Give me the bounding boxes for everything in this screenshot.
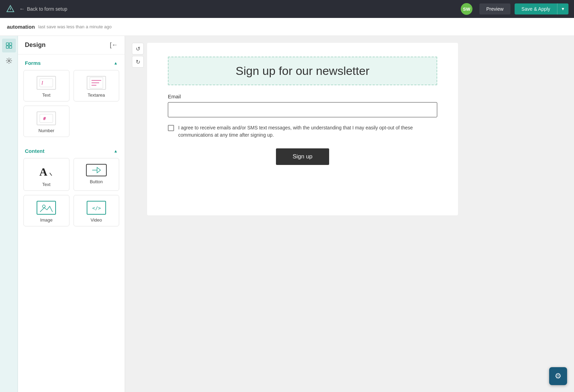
forms-section-header: Forms ▲ (18, 55, 125, 70)
sidebar-item-settings[interactable] (2, 54, 16, 68)
bottom-gear-button[interactable]: ⚙ (549, 367, 567, 385)
form-heading-text: Sign up for our newsletter (175, 64, 430, 78)
content-section-title: Content (25, 148, 45, 154)
design-panel: Design [← Forms ▲ I Text (18, 36, 125, 392)
svg-rect-2 (6, 43, 9, 45)
forms-section-chevron[interactable]: ▲ (114, 61, 118, 66)
form-heading-block[interactable]: Sign up for our newsletter (168, 57, 437, 85)
component-button-label: Button (90, 179, 103, 184)
main-layout: Design [← Forms ▲ I Text (0, 36, 574, 392)
component-video[interactable]: </> Video (74, 195, 119, 226)
gear-icon: ⚙ (555, 372, 562, 381)
svg-point-19 (42, 205, 45, 208)
save-apply-dropdown-button[interactable]: ▼ (557, 3, 568, 14)
email-label: Email (168, 94, 437, 99)
forms-component-grid: I Text Textarea (18, 70, 125, 143)
top-navigation: ← Back to form setup SW Preview Save & A… (0, 0, 574, 18)
canvas-toolbar: ↺ ↻ (132, 43, 144, 68)
svg-marker-17 (97, 167, 101, 173)
svg-rect-5 (9, 46, 12, 48)
form-canvas: Sign up for our newsletter Email I agree… (147, 43, 458, 215)
image-icon (37, 201, 56, 215)
svg-text:#: # (43, 116, 46, 121)
sidebar-item-design[interactable] (2, 39, 16, 52)
avatar: SW (461, 3, 472, 15)
panel-header: Design [← (18, 36, 125, 55)
textarea-icon (87, 76, 106, 90)
component-content-text[interactable]: A Text (23, 158, 69, 191)
component-video-label: Video (90, 217, 102, 223)
component-image-label: Image (40, 217, 52, 223)
component-textarea-label: Textarea (88, 92, 105, 98)
number-icon: # (37, 111, 56, 125)
checkbox-row: I agree to receive emails and/or SMS tex… (168, 124, 437, 139)
button-icon (86, 164, 107, 176)
forms-section-title: Forms (25, 60, 41, 66)
svg-line-16 (50, 173, 52, 176)
component-image[interactable]: Image (23, 195, 69, 226)
page-title: automation (7, 24, 35, 30)
svg-point-6 (8, 60, 10, 62)
save-apply-group: Save & Apply ▼ (515, 3, 568, 14)
content-section-header: Content ▲ (18, 143, 125, 158)
svg-text:A: A (39, 166, 47, 178)
content-section-chevron[interactable]: ▲ (114, 149, 118, 154)
svg-text:</>: </> (92, 205, 101, 211)
panel-collapse-button[interactable]: [← (110, 41, 118, 49)
canvas-and-toolbar: ↺ ↻ Sign up for our newsletter Email I a… (132, 43, 567, 215)
svg-rect-4 (6, 46, 9, 48)
video-icon: </> (87, 201, 106, 215)
panel-title: Design (25, 41, 46, 49)
component-number-label: Number (38, 128, 54, 133)
svg-rect-13 (40, 114, 53, 122)
logo-icon (6, 4, 15, 14)
canvas-area: ↺ ↻ Sign up for our newsletter Email I a… (125, 36, 574, 392)
save-status: last save was less than a minute ago (38, 24, 112, 29)
component-content-text-label: Text (42, 182, 50, 187)
content-text-icon: A (37, 164, 56, 179)
redo-button[interactable]: ↻ (132, 56, 144, 68)
preview-button[interactable]: Preview (479, 3, 510, 14)
undo-button[interactable]: ↺ (132, 43, 144, 55)
email-input[interactable] (168, 102, 437, 117)
consent-checkbox[interactable] (168, 125, 174, 131)
consent-label: I agree to receive emails and/or SMS tex… (178, 124, 437, 139)
content-component-grid: A Text Button (18, 158, 125, 232)
component-number[interactable]: # Number (23, 106, 69, 137)
submit-button[interactable]: Sign up (276, 148, 329, 165)
component-text-input[interactable]: I Text (23, 70, 69, 101)
save-apply-button[interactable]: Save & Apply (515, 3, 557, 14)
back-link-text: Back to form setup (27, 6, 67, 12)
text-input-icon: I (37, 76, 56, 90)
component-text-label: Text (42, 92, 50, 98)
component-textarea[interactable]: Textarea (74, 70, 119, 101)
breadcrumb-bar: automation last save was less than a min… (0, 18, 574, 36)
form-submit-row: Sign up (168, 148, 437, 165)
svg-rect-3 (9, 43, 12, 45)
icon-sidebar (0, 36, 18, 392)
back-link[interactable]: ← Back to form setup (19, 6, 67, 12)
back-arrow-icon: ← (19, 6, 25, 12)
component-content-button[interactable]: Button (74, 158, 119, 191)
